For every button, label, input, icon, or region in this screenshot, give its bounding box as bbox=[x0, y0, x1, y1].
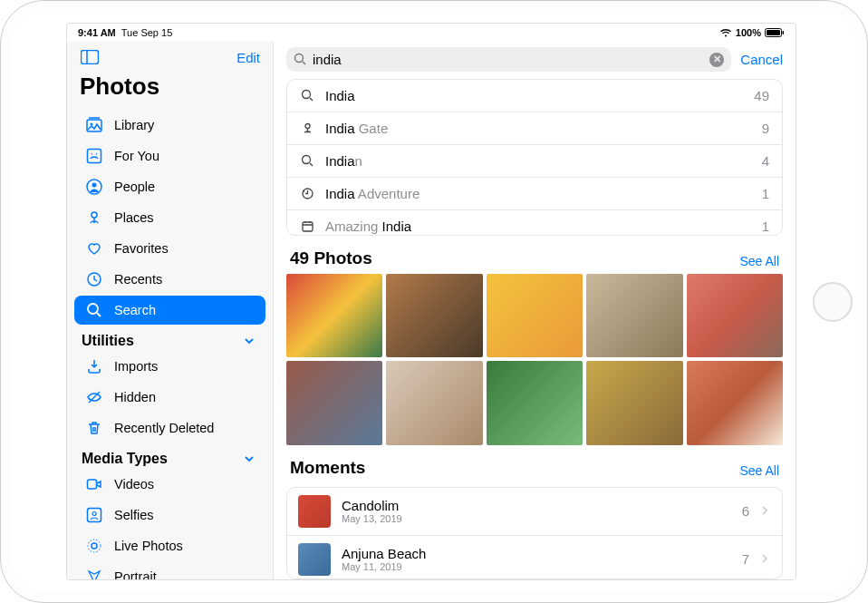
moment-row[interactable]: Candolim May 13, 2019 6 bbox=[287, 488, 782, 536]
photo-thumbnail[interactable] bbox=[386, 274, 482, 358]
ipad-frame: 9:41 AM Tue Sep 15 100% Ed bbox=[0, 0, 868, 603]
sidebar: Edit Photos Library For You People bbox=[67, 42, 274, 579]
status-time: 9:41 AM bbox=[78, 27, 116, 38]
pin-icon bbox=[300, 122, 314, 136]
status-date: Tue Sep 15 bbox=[121, 27, 172, 38]
suggestion-count: 9 bbox=[762, 121, 769, 136]
svg-point-18 bbox=[295, 54, 304, 63]
sidebar-item-library[interactable]: Library bbox=[74, 111, 265, 140]
svg-point-12 bbox=[88, 304, 98, 314]
selfies-icon bbox=[85, 506, 103, 524]
screen: 9:41 AM Tue Sep 15 100% Ed bbox=[66, 23, 796, 580]
moment-date: May 11, 2019 bbox=[342, 561, 731, 572]
svg-rect-2 bbox=[783, 31, 785, 34]
suggestion-row[interactable]: India 49 bbox=[287, 80, 782, 112]
suggestion-row[interactable]: India Adventure 1 bbox=[287, 178, 782, 210]
photo-thumbnail[interactable] bbox=[586, 274, 682, 358]
photo-thumbnail[interactable] bbox=[687, 361, 783, 445]
search-icon bbox=[294, 53, 307, 66]
moment-count: 7 bbox=[742, 551, 749, 567]
portrait-icon bbox=[85, 568, 103, 579]
chevron-down-icon bbox=[244, 334, 258, 348]
status-bar: 9:41 AM Tue Sep 15 100% bbox=[67, 24, 796, 42]
sidebar-item-label: Favorites bbox=[114, 241, 169, 256]
photo-thumbnail[interactable] bbox=[687, 274, 783, 358]
moment-date: May 13, 2019 bbox=[342, 513, 731, 524]
sidebar-item-favorites[interactable]: Favorites bbox=[74, 234, 265, 263]
sidebar-item-label: Hidden bbox=[114, 390, 156, 404]
suggestion-row[interactable]: Indian 4 bbox=[287, 145, 782, 178]
moments-list: Candolim May 13, 2019 6 Anjuna Beach May… bbox=[286, 487, 783, 579]
sidebar-item-hidden[interactable]: Hidden bbox=[74, 383, 265, 412]
see-all-photos-button[interactable]: See All bbox=[739, 254, 779, 268]
sidebar-item-label: Places bbox=[114, 210, 154, 225]
sidebar-item-label: Recently Deleted bbox=[114, 421, 214, 435]
library-icon bbox=[85, 116, 103, 134]
sidebar-item-label: Library bbox=[114, 118, 154, 132]
places-icon bbox=[85, 209, 103, 227]
wifi-icon bbox=[719, 28, 732, 37]
sidebar-item-label: Search bbox=[114, 303, 156, 317]
moment-thumbnail bbox=[298, 543, 331, 576]
sidebar-item-search[interactable]: Search bbox=[74, 296, 265, 325]
photo-thumbnail[interactable] bbox=[586, 361, 682, 445]
svg-rect-1 bbox=[767, 30, 780, 35]
clear-search-button[interactable]: ✕ bbox=[709, 53, 724, 67]
svg-rect-13 bbox=[88, 480, 97, 489]
suggestion-row[interactable]: Amazing India 1 bbox=[287, 210, 782, 236]
photo-thumbnail[interactable] bbox=[386, 361, 482, 445]
photo-thumbnail[interactable] bbox=[286, 361, 382, 445]
hidden-icon bbox=[85, 388, 103, 406]
suggestion-count: 1 bbox=[762, 219, 769, 234]
photo-thumbnail[interactable] bbox=[286, 274, 382, 358]
search-field[interactable]: ✕ bbox=[286, 47, 731, 72]
sidebar-item-people[interactable]: People bbox=[74, 172, 265, 201]
people-icon bbox=[85, 178, 103, 196]
sidebar-item-places[interactable]: Places bbox=[74, 203, 265, 232]
sidebar-section-media-types[interactable]: Media Types bbox=[67, 443, 273, 469]
sidebar-item-live-photos[interactable]: Live Photos bbox=[74, 531, 265, 560]
svg-rect-3 bbox=[82, 51, 99, 64]
sidebar-item-label: Recents bbox=[114, 272, 162, 287]
sidebar-item-recently-deleted[interactable]: Recently Deleted bbox=[74, 413, 265, 443]
trash-icon bbox=[85, 419, 103, 437]
photo-thumbnail[interactable] bbox=[487, 361, 583, 445]
chevron-down-icon bbox=[244, 452, 258, 466]
edit-button[interactable]: Edit bbox=[236, 50, 260, 65]
sidebar-item-label: Portrait bbox=[114, 569, 157, 579]
moment-thumbnail bbox=[298, 495, 331, 528]
suggestion-count: 4 bbox=[762, 153, 769, 169]
see-all-moments-button[interactable]: See All bbox=[739, 463, 779, 478]
clock-icon bbox=[85, 270, 103, 288]
svg-point-17 bbox=[88, 540, 101, 552]
home-button[interactable] bbox=[813, 282, 853, 322]
svg-point-10 bbox=[92, 212, 97, 218]
sidebar-item-imports[interactable]: Imports bbox=[74, 352, 265, 381]
sidebar-item-videos[interactable]: Videos bbox=[74, 470, 265, 499]
search-suggestions: India 49 India Gate 9 Indian 4 bbox=[286, 79, 783, 236]
photo-thumbnail[interactable] bbox=[487, 274, 583, 358]
sidebar-section-utilities[interactable]: Utilities bbox=[67, 326, 273, 351]
sidebar-item-selfies[interactable]: Selfies bbox=[74, 501, 265, 530]
chevron-right-icon bbox=[760, 554, 771, 565]
sidebar-toggle-button[interactable] bbox=[80, 47, 100, 67]
sidebar-title: Photos bbox=[67, 69, 273, 110]
svg-point-19 bbox=[302, 91, 310, 99]
sidebar-item-portrait[interactable]: Portrait bbox=[74, 562, 265, 579]
live-photos-icon bbox=[85, 537, 103, 555]
cancel-button[interactable]: Cancel bbox=[740, 52, 783, 67]
sidebar-item-recents[interactable]: Recents bbox=[74, 265, 265, 294]
search-input[interactable] bbox=[313, 52, 704, 67]
sidebar-item-label: Live Photos bbox=[114, 539, 183, 553]
moment-row[interactable]: Anjuna Beach May 11, 2019 7 bbox=[287, 536, 782, 579]
results-title: 49 Photos bbox=[290, 248, 372, 268]
sidebar-item-foryou[interactable]: For You bbox=[74, 141, 265, 170]
import-icon bbox=[85, 357, 103, 375]
suggestion-count: 1 bbox=[762, 186, 769, 201]
search-row: ✕ Cancel bbox=[274, 42, 796, 77]
svg-rect-23 bbox=[303, 222, 313, 231]
moments-title: Moments bbox=[290, 458, 365, 478]
moment-title: Anjuna Beach bbox=[342, 546, 731, 561]
heart-icon bbox=[85, 239, 103, 258]
suggestion-row[interactable]: India Gate 9 bbox=[287, 112, 782, 145]
